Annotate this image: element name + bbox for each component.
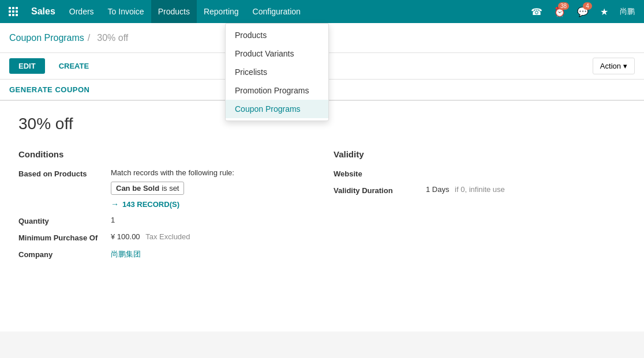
activity-icon[interactable]: ⏰ 38	[549, 0, 570, 23]
website-label: Website	[334, 168, 426, 178]
filter-tag: Can be Sold is set	[111, 182, 184, 195]
company-row: Company 尚鹏集团	[18, 249, 310, 259]
validity-duration-label: Validity Duration	[334, 185, 426, 195]
form-sections: Conditions Based on Products Match recor…	[0, 140, 644, 276]
conditions-section: Conditions Based on Products Match recor…	[18, 149, 310, 266]
filter-operator: is set	[162, 184, 179, 193]
nav-item-orders[interactable]: Orders	[62, 0, 101, 23]
min-purchase-value: ¥ 100.00 Tax Excluded	[111, 232, 190, 241]
edit-button[interactable]: EDIT	[9, 58, 45, 74]
min-purchase-row: Minimum Purchase Of ¥ 100.00 Tax Exclude…	[18, 232, 310, 242]
phone-icon[interactable]: ☎	[526, 0, 547, 23]
grid-menu-icon[interactable]	[5, 0, 22, 23]
dropdown-item-product-variants[interactable]: Product Variants	[226, 44, 328, 63]
main-nav: Orders To Invoice Products Reporting Con…	[62, 0, 308, 23]
breadcrumb-separator: /	[88, 33, 90, 43]
min-purchase-label: Minimum Purchase Of	[18, 232, 111, 242]
match-records-text: Match records with the following rule:	[111, 168, 234, 177]
products-dropdown: Products Product Variants Pricelists Pro…	[225, 23, 329, 121]
nav-item-products[interactable]: Products	[151, 0, 197, 23]
validity-section: Validity Website Validity Duration 1 Day…	[334, 149, 626, 266]
generate-coupon-button[interactable]: GENERATE COUPON	[9, 83, 89, 96]
nav-item-configuration[interactable]: Configuration	[246, 0, 308, 23]
company-link[interactable]: 尚鹏集团	[111, 250, 141, 258]
nav-item-reporting[interactable]: Reporting	[197, 0, 246, 23]
action-button[interactable]: Action ▾	[593, 58, 635, 74]
conditions-title: Conditions	[18, 149, 310, 159]
dropdown-item-pricelists[interactable]: Pricelists	[226, 63, 328, 81]
website-row: Website	[334, 168, 626, 178]
navbar: Sales Orders To Invoice Products Reporti…	[0, 0, 644, 23]
messages-badge: 4	[583, 2, 592, 10]
messages-icon[interactable]: 💬 4	[572, 0, 593, 23]
company-value: 尚鹏集团	[111, 249, 141, 259]
filter-field: Can be Sold	[116, 184, 159, 193]
action-chevron-icon: ▾	[623, 62, 627, 70]
activity-badge: 38	[558, 2, 569, 10]
breadcrumb-current: 30% off	[97, 33, 128, 43]
company-label: Company	[18, 249, 111, 259]
nav-item-to-invoice[interactable]: To Invoice	[101, 0, 151, 23]
based-on-label: Based on Products	[18, 168, 111, 178]
quantity-value: 1	[111, 216, 115, 224]
create-button[interactable]: CREATE	[50, 58, 98, 74]
quantity-row: Quantity 1	[18, 216, 310, 225]
username[interactable]: 尚鹏	[615, 6, 639, 17]
based-on-products-row: Based on Products Match records with the…	[18, 168, 310, 209]
dropdown-item-products[interactable]: Products	[226, 26, 328, 44]
starred-icon[interactable]: ★	[596, 0, 613, 23]
breadcrumb-parent[interactable]: Coupon Programs	[9, 33, 84, 43]
quantity-label: Quantity	[18, 216, 111, 225]
navbar-right: ☎ ⏰ 38 💬 4 ★ 尚鹏	[526, 0, 639, 23]
validity-duration-row: Validity Duration 1 Days if 0, infinite …	[334, 185, 626, 195]
dropdown-item-promotion-programs[interactable]: Promotion Programs	[226, 81, 328, 100]
main-content: 30% off Conditions Based on Products Mat…	[0, 101, 644, 331]
records-link[interactable]: → 143 RECORD(S)	[111, 199, 234, 209]
breadcrumb: Coupon Programs / 30% off	[9, 33, 132, 43]
arrow-icon: →	[111, 199, 119, 209]
validity-duration-value: 1 Days if 0, infinite use	[426, 185, 505, 194]
dropdown-item-coupon-programs[interactable]: Coupon Programs	[226, 100, 328, 118]
app-name[interactable]: Sales	[24, 0, 62, 23]
based-on-value: Match records with the following rule: C…	[111, 168, 234, 209]
validity-title: Validity	[334, 149, 626, 159]
